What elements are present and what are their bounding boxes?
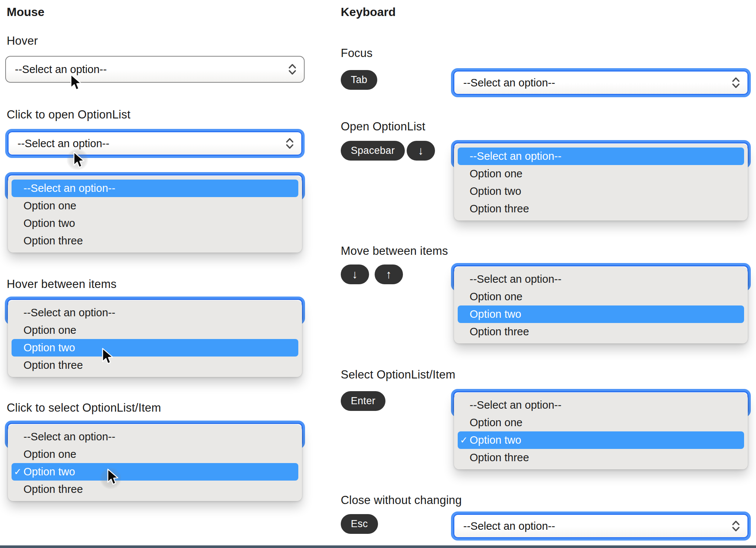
optionlist-panel: --Select an option-- Option one ✓ Option… [8,425,302,501]
key-badge-esc: Esc [341,514,378,534]
option-item[interactable]: Option one [458,288,744,305]
click-open-optionlist: --Select an option-- Option one Option t… [5,172,305,253]
select-chevrons-icon [285,136,295,151]
keyboard-open-optionlist: --Select an option-- Option one Option t… [451,140,750,221]
open-optionlist-label: Open OptionList [341,120,425,133]
close-select-value: --Select an option-- [463,520,555,532]
focus-select-value: --Select an option-- [463,77,555,89]
click-select-optionlist: --Select an option-- Option one ✓ Option… [5,421,305,501]
optionlist-panel: --Select an option-- Option one Option t… [8,177,302,253]
focus-select[interactable]: --Select an option-- [453,70,749,95]
option-item-selected[interactable]: ✓ Option two [458,431,744,449]
option-item[interactable]: --Select an option-- [458,396,744,414]
click-open-label: Click to open OptionList [7,108,130,121]
optionlist-panel: --Select an option-- Option one Option t… [8,301,302,377]
mouse-cursor-icon [69,74,83,92]
select-chevrons-icon [731,76,741,90]
option-item[interactable]: Option one [458,414,744,431]
hover-items-label: Hover between items [7,278,117,291]
key-badge-tab: Tab [341,70,377,90]
key-badge-arrow-up: ↑ [375,265,403,284]
hover-select-value: --Select an option-- [15,63,107,76]
click-open-select[interactable]: --Select an option-- [7,131,302,156]
option-item[interactable]: Option one [12,446,298,463]
mouse-cursor-icon [105,468,120,487]
hover-select[interactable]: --Select an option-- [5,56,305,83]
keyboard-section-title: Keyboard [341,5,396,19]
select-chevrons-icon [288,62,297,76]
option-item-label: Option two [23,466,75,478]
optionlist-panel: --Select an option-- Option one Option t… [454,267,748,343]
keyboard-move-optionlist: --Select an option-- Option one Option t… [451,263,750,343]
optionlist-panel: --Select an option-- Option one Option t… [454,145,748,221]
option-item[interactable]: Option one [12,321,298,339]
mouse-cursor-icon [72,151,86,170]
option-item[interactable]: Option two [458,183,744,200]
close-label: Close without changing [341,494,462,507]
option-item-selected[interactable]: --Select an option-- [458,148,744,165]
bottom-divider-bar [0,545,756,548]
option-item[interactable]: --Select an option-- [12,304,298,321]
key-badge-enter: Enter [341,391,385,411]
option-item[interactable]: Option three [12,232,298,250]
option-item-active[interactable]: Option two [458,305,744,323]
key-badge-arrow-down: ↓ [407,141,435,161]
hover-items-optionlist: --Select an option-- Option one Option t… [5,297,305,377]
close-select[interactable]: --Select an option-- [453,514,749,538]
option-item[interactable]: Option three [458,200,744,218]
checkmark-icon: ✓ [14,463,22,481]
option-item[interactable]: Option one [12,197,298,215]
key-badge-spacebar: Spacebar [341,141,405,161]
option-item-label: Option two [470,434,521,446]
focus-label: Focus [341,47,372,60]
select-item-label: Select OptionList/Item [341,368,455,381]
keyboard-select-optionlist: --Select an option-- Option one ✓ Option… [451,389,750,469]
key-badge-arrow-down: ↓ [341,265,369,284]
mouse-section-title: Mouse [7,5,44,19]
option-item[interactable]: Option one [458,165,744,183]
move-items-label: Move between items [341,244,448,258]
mouse-cursor-icon [100,348,114,366]
option-item-selected[interactable]: ✓ Option two [12,463,298,481]
option-item[interactable]: --Select an option-- [12,428,298,446]
option-item-selected[interactable]: --Select an option-- [12,180,298,197]
hover-label: Hover [7,34,38,48]
option-item[interactable]: Option three [12,481,298,498]
click-open-select-value: --Select an option-- [18,137,109,150]
option-item-hovered[interactable]: Option two [12,339,298,357]
option-item[interactable]: --Select an option-- [458,270,744,288]
click-select-label: Click to select OptionList/Item [7,401,161,415]
option-item[interactable]: Option three [12,357,298,374]
option-item[interactable]: Option three [458,449,744,466]
optionlist-panel: --Select an option-- Option one ✓ Option… [454,393,748,469]
option-item[interactable]: Option two [12,215,298,232]
checkmark-icon: ✓ [460,431,468,449]
select-chevrons-icon [731,519,741,533]
option-item[interactable]: Option three [458,323,744,340]
